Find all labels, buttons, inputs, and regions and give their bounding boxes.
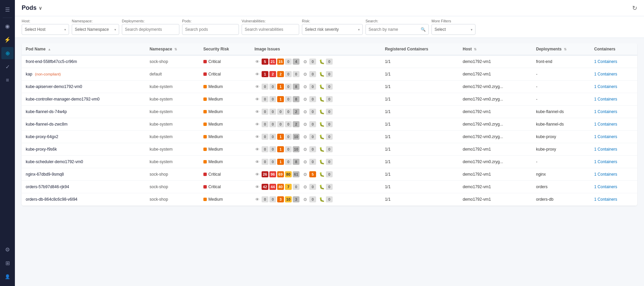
containers-cell[interactable]: 1 Containers (590, 55, 637, 68)
col-host[interactable]: Host ⇅ (459, 43, 532, 55)
risk-select[interactable]: Select risk severity ▾ (302, 24, 363, 35)
risk-dot-icon (203, 135, 207, 138)
pod-name-text[interactable]: orders-57b97d846-rjk94 (26, 184, 69, 189)
containers-cell[interactable]: 1 Containers (590, 193, 637, 206)
pod-name-text[interactable]: kube-flannel-ds-zwc8m (26, 122, 67, 127)
containers-cell[interactable]: 1 Containers (590, 106, 637, 118)
containers-link[interactable]: 1 Containers (594, 97, 617, 102)
sidebar-item-grid[interactable]: ⊞ (1, 257, 14, 269)
containers-cell[interactable]: 1 Containers (590, 131, 637, 143)
vulnerability-icon: 👁 (254, 71, 261, 77)
table-row: kube-proxy-f9s6kkube-systemMedium👁001010… (22, 143, 637, 156)
secret-count: 0 (326, 196, 333, 202)
containers-cell[interactable]: 1 Containers (590, 156, 637, 168)
containers-link[interactable]: 1 Containers (594, 72, 617, 76)
sidebar-item-settings[interactable]: ⚙ (1, 243, 14, 256)
more-filters-label: More Filters (431, 19, 475, 23)
pod-name-text[interactable]: nginx-67dbd9-9smq8 (26, 172, 64, 177)
containers-cell[interactable]: 1 Containers (590, 181, 637, 193)
sidebar-item-user[interactable]: 👤 (1, 270, 14, 283)
vuln-count-2: 0 (277, 121, 284, 127)
pod-name-cell: kube-flannel-ds-74w4p (22, 106, 146, 118)
vulnerabilities-input-wrapper[interactable] (242, 24, 299, 35)
containers-cell[interactable]: 1 Containers (590, 143, 637, 156)
col-containers: Containers (590, 43, 637, 55)
vuln-count-2: 15 (277, 59, 284, 65)
containers-link[interactable]: 1 Containers (594, 184, 617, 189)
pods-input-wrapper[interactable] (182, 24, 239, 35)
containers-link[interactable]: 1 Containers (594, 159, 617, 164)
deployment-cell: orders (532, 181, 590, 193)
containers-cell[interactable]: 1 Containers (590, 93, 637, 106)
risk-dot-icon (203, 97, 207, 101)
page-title-area: Pods ∨ (22, 4, 42, 12)
host-select[interactable]: Select Host ▾ (22, 24, 69, 35)
col-namespace[interactable]: Namespace ⇅ (146, 43, 199, 55)
deployment-cell: - (532, 156, 590, 168)
deployments-input-wrapper[interactable] (122, 24, 179, 35)
pod-name-text[interactable]: kube-proxy-f9s6k (26, 147, 57, 152)
namespace-select-value: Select Namespace (75, 27, 109, 32)
pod-name-text[interactable]: kube-controller-manager-demo1792-vm0 (26, 97, 99, 102)
host-cell: demo1792-vm0.zryg... (459, 93, 532, 106)
vuln-count-2: 1 (277, 159, 284, 165)
containers-link[interactable]: 1 Containers (594, 84, 617, 89)
pod-name-text[interactable]: kube-flannel-ds-74w4p (26, 109, 67, 114)
more-filters-select[interactable]: Select ▾ (431, 24, 475, 35)
containers-link[interactable]: 1 Containers (594, 109, 617, 114)
pod-name-sort-icon: ▲ (48, 47, 51, 51)
sidebar: ☰ ◉ ⚡ ⊕ ✓ ≡ ⚙ ⊞ 👤 (0, 0, 15, 286)
containers-link[interactable]: 1 Containers (594, 122, 617, 127)
pod-name-text[interactable]: kube-scheduler-demo1792-vm0 (26, 159, 83, 164)
sidebar-item-menu[interactable]: ☰ (1, 3, 14, 16)
containers-link[interactable]: 1 Containers (594, 59, 617, 64)
containers-link[interactable]: 1 Containers (594, 172, 617, 177)
containers-cell[interactable]: 1 Containers (590, 168, 637, 181)
col-pod-name[interactable]: Pod Name ▲ (22, 43, 146, 55)
table-row: kube-proxy-64gx2kube-systemMedium👁001010… (22, 131, 637, 143)
vuln-count-2: 69 (277, 171, 284, 177)
image-issues-group: 👁00002⚙0🐛0 (254, 121, 377, 127)
deployments-search-input[interactable] (125, 27, 176, 32)
containers-cell[interactable]: 1 Containers (590, 81, 637, 93)
risk-badge: Medium (203, 97, 246, 102)
pod-name-text[interactable]: orders-db-864c8c6c98-v6l94 (26, 197, 77, 202)
search-by-name-input[interactable] (369, 27, 419, 32)
sidebar-item-list[interactable]: ≡ (1, 74, 14, 86)
pod-name-text[interactable]: kube-apiserver-demo1792-vm0 (26, 84, 82, 89)
sidebar-item-dashboard[interactable]: ◉ (1, 20, 14, 32)
vuln-count-2: 1 (277, 84, 284, 90)
title-chevron-icon[interactable]: ∨ (39, 5, 42, 11)
sidebar-item-infrastructure[interactable]: ⊕ (1, 47, 14, 59)
vuln-count-3: 80 (285, 171, 292, 177)
search-input-wrapper[interactable]: 🔍 (365, 24, 429, 35)
containers-cell[interactable]: 1 Containers (590, 118, 637, 131)
security-risk-cell: Medium (199, 143, 250, 156)
namespace-select[interactable]: Select Namespace ▾ (72, 24, 119, 35)
pod-name-text[interactable]: kube-proxy-64gx2 (26, 134, 58, 139)
containers-link[interactable]: 1 Containers (594, 134, 617, 139)
risk-filter-group: Risk: Select risk severity ▾ (302, 19, 363, 35)
col-image-issues: Image Issues (250, 43, 381, 55)
vuln-count-4: 8 (293, 84, 299, 90)
search-filter-group: Search: 🔍 (365, 19, 429, 35)
pod-name-text[interactable]: front-end-558fb47cc5-cr96m (26, 59, 77, 64)
containers-cell[interactable]: 1 Containers (590, 68, 637, 81)
sidebar-item-compliance[interactable]: ✓ (1, 61, 14, 73)
security-risk-cell: Medium (199, 156, 250, 168)
pods-search-input[interactable] (185, 27, 236, 32)
containers-link[interactable]: 1 Containers (594, 197, 617, 202)
col-deployments[interactable]: Deployments ⇅ (532, 43, 590, 55)
vulnerabilities-search-input[interactable] (245, 27, 296, 32)
risk-dot-icon (203, 198, 207, 201)
vuln-count-3: 0 (285, 159, 292, 165)
refresh-button[interactable]: ↻ (632, 4, 637, 12)
namespace-cell: sock-shop (146, 168, 199, 181)
containers-link[interactable]: 1 Containers (594, 147, 617, 152)
deployment-cell: front-end (532, 55, 590, 68)
pod-name-text[interactable]: kap (26, 72, 32, 76)
secret-icon: 🐛 (319, 96, 325, 102)
namespace-cell: sock-shop (146, 181, 199, 193)
namespace-text: sock-shop (150, 184, 168, 189)
sidebar-item-security[interactable]: ⚡ (1, 34, 14, 46)
